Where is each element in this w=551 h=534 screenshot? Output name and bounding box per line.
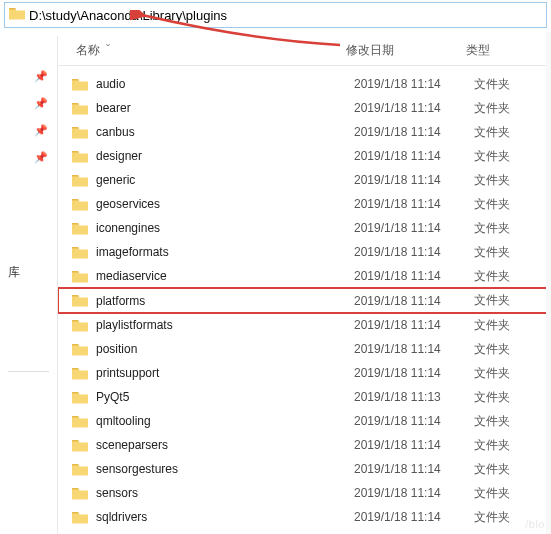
pin-icon[interactable]: 📌: [34, 70, 57, 83]
file-date: 2019/1/18 11:14: [354, 294, 474, 308]
file-name: printsupport: [96, 366, 354, 380]
file-type: 文件夹: [474, 341, 534, 358]
folder-icon: [72, 439, 88, 452]
file-date: 2019/1/18 11:14: [354, 414, 474, 428]
file-name: imageformats: [96, 245, 354, 259]
file-name: sceneparsers: [96, 438, 354, 452]
file-date: 2019/1/18 11:14: [354, 269, 474, 283]
folder-icon: [72, 511, 88, 524]
file-date: 2019/1/18 11:14: [354, 101, 474, 115]
file-type: 文件夹: [474, 148, 534, 165]
file-name: iconengines: [96, 221, 354, 235]
file-date: 2019/1/18 11:14: [354, 438, 474, 452]
file-row[interactable]: sqldrivers2019/1/18 11:14文件夹: [58, 505, 551, 529]
sidebar: 📌 📌 📌 📌 库: [0, 36, 58, 534]
file-type: 文件夹: [474, 389, 534, 406]
folder-icon: [72, 343, 88, 356]
file-row[interactable]: qmltooling2019/1/18 11:14文件夹: [58, 409, 551, 433]
file-date: 2019/1/18 11:14: [354, 197, 474, 211]
file-date: 2019/1/18 11:13: [354, 390, 474, 404]
content-area: 📌 📌 📌 📌 库 名称ˇ 修改日期 类型 audio2019/1/18 11:…: [0, 36, 551, 534]
file-row[interactable]: audio2019/1/18 11:14文件夹: [58, 72, 551, 96]
file-row[interactable]: geoservices2019/1/18 11:14文件夹: [58, 192, 551, 216]
folder-icon: [72, 270, 88, 283]
column-header-type[interactable]: 类型: [466, 42, 526, 59]
pin-icon[interactable]: 📌: [34, 97, 57, 110]
file-row[interactable]: sensors2019/1/18 11:14文件夹: [58, 481, 551, 505]
file-row[interactable]: sceneparsers2019/1/18 11:14文件夹: [58, 433, 551, 457]
pin-icon[interactable]: 📌: [34, 151, 57, 164]
folder-icon: [72, 174, 88, 187]
address-bar[interactable]: D:\study\Anaconda\Library\plugins: [4, 2, 547, 28]
file-type: 文件夹: [474, 461, 534, 478]
file-date: 2019/1/18 11:14: [354, 173, 474, 187]
file-area: 名称ˇ 修改日期 类型 audio2019/1/18 11:14文件夹beare…: [58, 36, 551, 534]
file-type: 文件夹: [474, 268, 534, 285]
pin-icon[interactable]: 📌: [34, 124, 57, 137]
file-row[interactable]: printsupport2019/1/18 11:14文件夹: [58, 361, 551, 385]
file-type: 文件夹: [474, 485, 534, 502]
column-header-date[interactable]: 修改日期: [346, 42, 466, 59]
file-row[interactable]: bearer2019/1/18 11:14文件夹: [58, 96, 551, 120]
file-row[interactable]: sensorgestures2019/1/18 11:14文件夹: [58, 457, 551, 481]
file-list: audio2019/1/18 11:14文件夹bearer2019/1/18 1…: [58, 66, 551, 529]
file-type: 文件夹: [474, 76, 534, 93]
file-type: 文件夹: [474, 196, 534, 213]
file-row[interactable]: imageformats2019/1/18 11:14文件夹: [58, 240, 551, 264]
folder-icon: [72, 294, 88, 307]
file-row[interactable]: playlistformats2019/1/18 11:14文件夹: [58, 313, 551, 337]
file-name: canbus: [96, 125, 354, 139]
file-name: PyQt5: [96, 390, 354, 404]
file-name: generic: [96, 173, 354, 187]
file-date: 2019/1/18 11:14: [354, 462, 474, 476]
file-row[interactable]: designer2019/1/18 11:14文件夹: [58, 144, 551, 168]
file-row[interactable]: PyQt52019/1/18 11:13文件夹: [58, 385, 551, 409]
file-date: 2019/1/18 11:14: [354, 245, 474, 259]
column-header-name-label: 名称: [76, 43, 100, 57]
folder-icon: [72, 198, 88, 211]
file-name: audio: [96, 77, 354, 91]
file-type: 文件夹: [474, 413, 534, 430]
file-name: playlistformats: [96, 318, 354, 332]
folder-icon: [72, 222, 88, 235]
folder-icon: [72, 246, 88, 259]
folder-icon: [9, 7, 25, 23]
file-date: 2019/1/18 11:14: [354, 125, 474, 139]
file-type: 文件夹: [474, 244, 534, 261]
folder-icon: [72, 367, 88, 380]
file-row[interactable]: platforms2019/1/18 11:14文件夹: [58, 288, 551, 313]
file-date: 2019/1/18 11:14: [354, 318, 474, 332]
file-name: sensorgestures: [96, 462, 354, 476]
folder-icon: [72, 415, 88, 428]
file-type: 文件夹: [474, 124, 534, 141]
folder-icon: [72, 391, 88, 404]
file-date: 2019/1/18 11:14: [354, 366, 474, 380]
column-headers: 名称ˇ 修改日期 类型: [58, 36, 551, 66]
column-header-name[interactable]: 名称ˇ: [58, 42, 346, 59]
file-name: mediaservice: [96, 269, 354, 283]
file-type: 文件夹: [474, 437, 534, 454]
file-date: 2019/1/18 11:14: [354, 221, 474, 235]
file-name: bearer: [96, 101, 354, 115]
folder-icon: [72, 150, 88, 163]
file-type: 文件夹: [474, 220, 534, 237]
scrollbar[interactable]: [546, 32, 551, 534]
file-date: 2019/1/18 11:14: [354, 149, 474, 163]
file-type: 文件夹: [474, 365, 534, 382]
file-date: 2019/1/18 11:14: [354, 486, 474, 500]
file-name: platforms: [96, 294, 354, 308]
file-row[interactable]: iconengines2019/1/18 11:14文件夹: [58, 216, 551, 240]
file-date: 2019/1/18 11:14: [354, 342, 474, 356]
file-row[interactable]: generic2019/1/18 11:14文件夹: [58, 168, 551, 192]
file-name: position: [96, 342, 354, 356]
file-row[interactable]: position2019/1/18 11:14文件夹: [58, 337, 551, 361]
address-path[interactable]: D:\study\Anaconda\Library\plugins: [29, 8, 546, 23]
sidebar-library-label[interactable]: 库: [8, 264, 57, 281]
file-type: 文件夹: [474, 317, 534, 334]
file-row[interactable]: mediaservice2019/1/18 11:14文件夹: [58, 264, 551, 288]
file-type: 文件夹: [474, 292, 534, 309]
file-row[interactable]: canbus2019/1/18 11:14文件夹: [58, 120, 551, 144]
file-name: sqldrivers: [96, 510, 354, 524]
file-type: 文件夹: [474, 172, 534, 189]
folder-icon: [72, 126, 88, 139]
